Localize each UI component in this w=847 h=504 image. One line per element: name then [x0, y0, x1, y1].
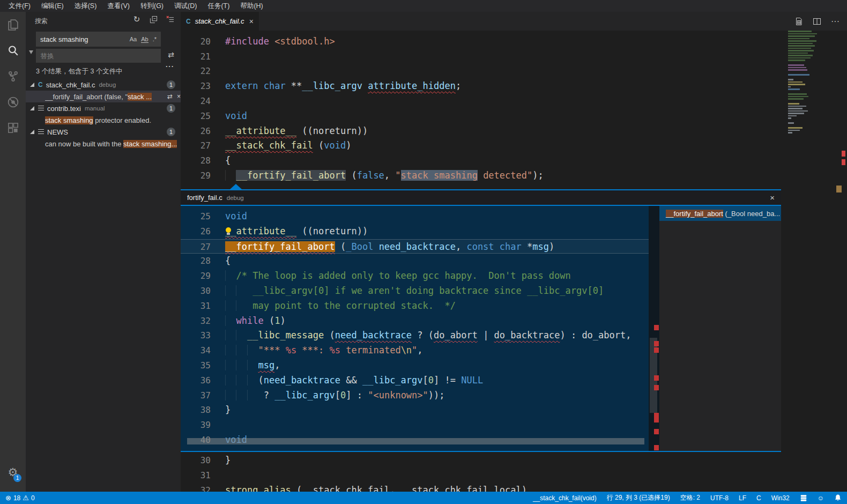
- code-line[interactable]: 20#include <stdbool.h>: [181, 34, 847, 49]
- server-icon[interactable]: [800, 494, 807, 502]
- code-line[interactable]: 31: [181, 468, 847, 483]
- menu-item[interactable]: 转到(G): [135, 0, 169, 12]
- line-number[interactable]: 24: [181, 94, 211, 109]
- line-number[interactable]: 28: [181, 254, 211, 269]
- code-line[interactable]: 22: [181, 64, 847, 79]
- line-number[interactable]: 25: [181, 209, 211, 224]
- code-line[interactable]: 26__attribute__ ((noreturn)): [181, 124, 847, 139]
- peek-scrollbar[interactable]: [649, 206, 659, 451]
- menu-item[interactable]: 查看(V): [102, 0, 135, 12]
- toggle-search-details-icon[interactable]: ···: [166, 62, 174, 70]
- search-icon[interactable]: [0, 38, 26, 63]
- line-number[interactable]: 30: [181, 453, 211, 468]
- code-line[interactable]: 37 ? __libc_argv[0] : "<unknown>"));: [181, 388, 649, 403]
- search-result-match[interactable]: __fortify_fail_abort (false, "stack ...⇄…: [26, 91, 181, 102]
- line-number[interactable]: 32: [181, 314, 211, 329]
- line-number[interactable]: 39: [181, 418, 211, 433]
- search-result-file[interactable]: NEWS1: [26, 126, 181, 138]
- line-number[interactable]: 26: [181, 124, 211, 139]
- search-result-match[interactable]: stack smashing protector enabled.: [26, 114, 181, 126]
- line-number[interactable]: 22: [181, 64, 211, 79]
- language-indicator[interactable]: C: [756, 494, 761, 502]
- search-result-file[interactable]: contrib.teximanual1: [26, 102, 181, 114]
- line-number[interactable]: 29: [181, 168, 211, 183]
- code-line[interactable]: 39: [181, 418, 649, 433]
- minimap[interactable]: [786, 26, 829, 138]
- code-line[interactable]: 33 __libc_message (need_backtrace ? (do_…: [181, 328, 649, 343]
- line-number[interactable]: 29: [181, 269, 211, 284]
- line-number[interactable]: 32: [181, 483, 211, 492]
- close-icon[interactable]: ×: [249, 17, 254, 26]
- indentation-indicator[interactable]: 空格: 2: [680, 493, 700, 502]
- replace-all-icon[interactable]: ⇄: [168, 50, 174, 59]
- eol-indicator[interactable]: LF: [739, 494, 746, 502]
- regex-icon[interactable]: .*: [153, 36, 157, 42]
- collapse-all-icon[interactable]: [149, 15, 158, 24]
- whole-word-icon[interactable]: Ab: [141, 36, 148, 43]
- cursor-position[interactable]: 行 29, 列 3 (已选择19): [607, 493, 670, 502]
- settings-button[interactable]: ⚙: [0, 466, 26, 479]
- twisty-icon[interactable]: [30, 83, 34, 87]
- menu-item[interactable]: 编辑(E): [36, 0, 69, 12]
- code-line[interactable]: 35 msg,: [181, 358, 649, 373]
- code-line[interactable]: 23extern char **__libc_argv attribute_hi…: [181, 79, 847, 94]
- search-result-file[interactable]: Cstack_chk_fail.cdebug1: [26, 79, 181, 91]
- code-line[interactable]: 26__attribute__ ((noreturn)): [181, 224, 649, 239]
- code-line[interactable]: 34 "*** %s ***: %s terminated\n",: [181, 343, 649, 358]
- replace-input[interactable]: [36, 52, 161, 60]
- twisty-icon[interactable]: [30, 130, 34, 134]
- peek-editor[interactable]: 25void26__attribute__ ((noreturn))27__fo…: [181, 206, 649, 451]
- horizontal-scrollbar[interactable]: [187, 438, 644, 444]
- debug-icon[interactable]: [0, 89, 26, 115]
- code-area-below-peek[interactable]: 30}3132strong_alias (__stack_chk_fail, _…: [181, 453, 847, 492]
- code-line[interactable]: 29 __fortify_fail_abort (false, "stack s…: [181, 168, 847, 183]
- line-number[interactable]: 34: [181, 343, 211, 358]
- replace-icon[interactable]: ⇄: [167, 93, 173, 100]
- line-number[interactable]: 26: [181, 224, 211, 239]
- code-line[interactable]: 32strong_alias (__stack_chk_fail, __stac…: [181, 483, 847, 492]
- search-input[interactable]: [36, 35, 130, 43]
- line-number[interactable]: 27: [181, 240, 211, 254]
- code-line[interactable]: 25void: [181, 109, 847, 124]
- notifications-bell-icon[interactable]: [834, 494, 842, 502]
- menu-item[interactable]: 调试(D): [169, 0, 202, 12]
- status-symbol[interactable]: __stack_chk_fail(void): [533, 494, 597, 502]
- more-actions-icon[interactable]: ···: [831, 17, 839, 26]
- extensions-icon[interactable]: [0, 115, 26, 140]
- menu-item[interactable]: 帮助(H): [235, 0, 268, 12]
- tab-stack-chk-fail[interactable]: C stack_chk_fail.c ×: [181, 12, 259, 31]
- refresh-icon[interactable]: ↻: [132, 15, 141, 24]
- toggle-replace-icon[interactable]: [29, 50, 33, 54]
- menu-item[interactable]: 任务(T): [202, 0, 235, 12]
- code-line[interactable]: 32 while (1): [181, 314, 649, 329]
- source-control-icon[interactable]: [0, 63, 26, 89]
- line-number[interactable]: 31: [181, 299, 211, 314]
- code-line[interactable]: 21: [181, 49, 847, 64]
- feedback-smiley-icon[interactable]: ☺: [818, 494, 824, 502]
- twisty-icon[interactable]: [30, 106, 34, 110]
- open-changes-icon[interactable]: [794, 17, 803, 26]
- code-area[interactable]: 19#include <stdlib.h>20#include <stdbool…: [181, 19, 847, 183]
- search-result-match[interactable]: can now be built with the stack smashing…: [26, 138, 181, 150]
- code-line[interactable]: 36 (need_backtrace && __libc_argv[0] != …: [181, 373, 649, 388]
- line-number[interactable]: 36: [181, 373, 211, 388]
- line-number[interactable]: 31: [181, 468, 211, 483]
- line-number[interactable]: 27: [181, 138, 211, 153]
- line-number[interactable]: 21: [181, 49, 211, 64]
- clear-search-results-icon[interactable]: [166, 15, 174, 24]
- line-number[interactable]: 30: [181, 284, 211, 299]
- code-line[interactable]: 31 may point to the corrupted stack. */: [181, 299, 649, 314]
- menu-item[interactable]: 选择(S): [69, 0, 102, 12]
- code-line[interactable]: 24: [181, 94, 847, 109]
- code-line[interactable]: 30}: [181, 453, 847, 468]
- line-number[interactable]: 33: [181, 328, 211, 343]
- split-editor-icon[interactable]: [813, 17, 821, 26]
- line-number[interactable]: 38: [181, 403, 211, 418]
- code-line[interactable]: 28{: [181, 153, 847, 168]
- code-line[interactable]: 27__stack_chk_fail (void): [181, 138, 847, 153]
- encoding-indicator[interactable]: UTF-8: [710, 494, 729, 502]
- lightbulb-icon[interactable]: [226, 227, 231, 233]
- code-line[interactable]: 27__fortify_fail_abort (_Bool need_backt…: [181, 239, 649, 254]
- menu-item[interactable]: 文件(F): [3, 0, 36, 12]
- line-number[interactable]: 35: [181, 358, 211, 373]
